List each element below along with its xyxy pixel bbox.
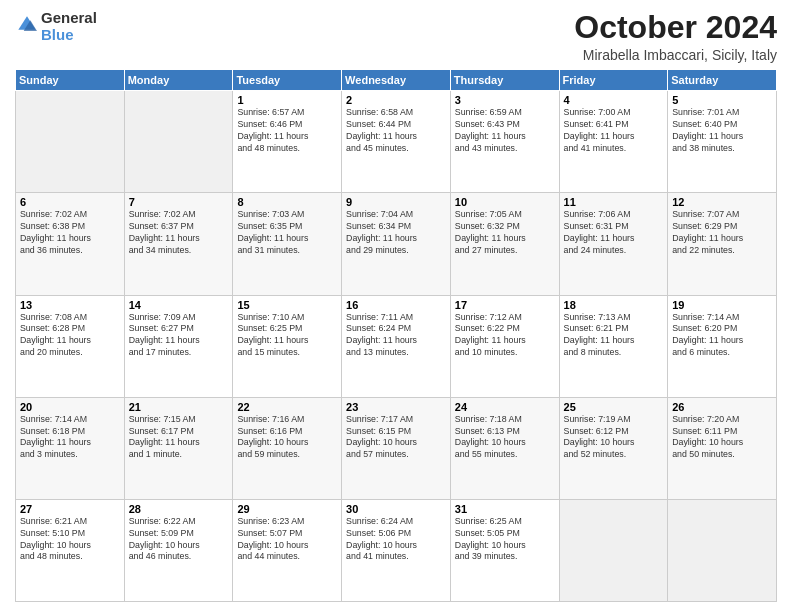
day-number: 3 [455,94,555,106]
title-block: October 2024 Mirabella Imbaccari, Sicily… [574,10,777,63]
day-cell: 5Sunrise: 7:01 AM Sunset: 6:40 PM Daylig… [668,91,777,193]
day-number: 25 [564,401,664,413]
day-number: 30 [346,503,446,515]
day-info: Sunrise: 6:21 AM Sunset: 5:10 PM Dayligh… [20,516,120,564]
day-info: Sunrise: 7:01 AM Sunset: 6:40 PM Dayligh… [672,107,772,155]
day-info: Sunrise: 7:17 AM Sunset: 6:15 PM Dayligh… [346,414,446,462]
day-cell: 30Sunrise: 6:24 AM Sunset: 5:06 PM Dayli… [342,499,451,601]
day-info: Sunrise: 7:04 AM Sunset: 6:34 PM Dayligh… [346,209,446,257]
day-cell: 22Sunrise: 7:16 AM Sunset: 6:16 PM Dayli… [233,397,342,499]
day-info: Sunrise: 7:06 AM Sunset: 6:31 PM Dayligh… [564,209,664,257]
day-number: 11 [564,196,664,208]
day-cell [16,91,125,193]
day-info: Sunrise: 6:57 AM Sunset: 6:46 PM Dayligh… [237,107,337,155]
day-info: Sunrise: 7:02 AM Sunset: 6:37 PM Dayligh… [129,209,229,257]
day-cell: 14Sunrise: 7:09 AM Sunset: 6:27 PM Dayli… [124,295,233,397]
month-title: October 2024 [574,10,777,45]
col-header-saturday: Saturday [668,70,777,91]
day-number: 31 [455,503,555,515]
day-number: 14 [129,299,229,311]
logo-general: General [41,10,97,27]
day-number: 15 [237,299,337,311]
day-cell: 11Sunrise: 7:06 AM Sunset: 6:31 PM Dayli… [559,193,668,295]
col-header-wednesday: Wednesday [342,70,451,91]
day-cell: 10Sunrise: 7:05 AM Sunset: 6:32 PM Dayli… [450,193,559,295]
day-info: Sunrise: 7:20 AM Sunset: 6:11 PM Dayligh… [672,414,772,462]
day-cell: 1Sunrise: 6:57 AM Sunset: 6:46 PM Daylig… [233,91,342,193]
day-info: Sunrise: 7:14 AM Sunset: 6:20 PM Dayligh… [672,312,772,360]
week-row-4: 20Sunrise: 7:14 AM Sunset: 6:18 PM Dayli… [16,397,777,499]
day-cell: 25Sunrise: 7:19 AM Sunset: 6:12 PM Dayli… [559,397,668,499]
day-info: Sunrise: 7:12 AM Sunset: 6:22 PM Dayligh… [455,312,555,360]
week-row-2: 6Sunrise: 7:02 AM Sunset: 6:38 PM Daylig… [16,193,777,295]
day-cell [559,499,668,601]
header-row: SundayMondayTuesdayWednesdayThursdayFrid… [16,70,777,91]
day-cell: 13Sunrise: 7:08 AM Sunset: 6:28 PM Dayli… [16,295,125,397]
day-cell: 4Sunrise: 7:00 AM Sunset: 6:41 PM Daylig… [559,91,668,193]
col-header-monday: Monday [124,70,233,91]
day-info: Sunrise: 7:10 AM Sunset: 6:25 PM Dayligh… [237,312,337,360]
day-cell: 16Sunrise: 7:11 AM Sunset: 6:24 PM Dayli… [342,295,451,397]
day-cell: 8Sunrise: 7:03 AM Sunset: 6:35 PM Daylig… [233,193,342,295]
day-cell [668,499,777,601]
day-cell: 3Sunrise: 6:59 AM Sunset: 6:43 PM Daylig… [450,91,559,193]
day-number: 21 [129,401,229,413]
day-number: 16 [346,299,446,311]
day-info: Sunrise: 7:03 AM Sunset: 6:35 PM Dayligh… [237,209,337,257]
location: Mirabella Imbaccari, Sicily, Italy [574,47,777,63]
day-number: 1 [237,94,337,106]
day-info: Sunrise: 6:58 AM Sunset: 6:44 PM Dayligh… [346,107,446,155]
day-cell: 26Sunrise: 7:20 AM Sunset: 6:11 PM Dayli… [668,397,777,499]
day-info: Sunrise: 7:00 AM Sunset: 6:41 PM Dayligh… [564,107,664,155]
day-number: 24 [455,401,555,413]
day-info: Sunrise: 7:15 AM Sunset: 6:17 PM Dayligh… [129,414,229,462]
day-cell: 19Sunrise: 7:14 AM Sunset: 6:20 PM Dayli… [668,295,777,397]
day-cell: 6Sunrise: 7:02 AM Sunset: 6:38 PM Daylig… [16,193,125,295]
logo: General Blue [15,10,97,43]
day-cell: 24Sunrise: 7:18 AM Sunset: 6:13 PM Dayli… [450,397,559,499]
day-info: Sunrise: 7:11 AM Sunset: 6:24 PM Dayligh… [346,312,446,360]
day-info: Sunrise: 6:23 AM Sunset: 5:07 PM Dayligh… [237,516,337,564]
day-cell: 18Sunrise: 7:13 AM Sunset: 6:21 PM Dayli… [559,295,668,397]
day-info: Sunrise: 6:25 AM Sunset: 5:05 PM Dayligh… [455,516,555,564]
day-cell: 27Sunrise: 6:21 AM Sunset: 5:10 PM Dayli… [16,499,125,601]
header: General Blue October 2024 Mirabella Imba… [15,10,777,63]
day-info: Sunrise: 7:05 AM Sunset: 6:32 PM Dayligh… [455,209,555,257]
day-info: Sunrise: 7:08 AM Sunset: 6:28 PM Dayligh… [20,312,120,360]
day-number: 27 [20,503,120,515]
day-cell: 15Sunrise: 7:10 AM Sunset: 6:25 PM Dayli… [233,295,342,397]
day-info: Sunrise: 7:18 AM Sunset: 6:13 PM Dayligh… [455,414,555,462]
day-number: 23 [346,401,446,413]
day-number: 26 [672,401,772,413]
day-cell: 7Sunrise: 7:02 AM Sunset: 6:37 PM Daylig… [124,193,233,295]
day-cell: 20Sunrise: 7:14 AM Sunset: 6:18 PM Dayli… [16,397,125,499]
day-number: 9 [346,196,446,208]
week-row-3: 13Sunrise: 7:08 AM Sunset: 6:28 PM Dayli… [16,295,777,397]
day-info: Sunrise: 7:14 AM Sunset: 6:18 PM Dayligh… [20,414,120,462]
day-cell: 29Sunrise: 6:23 AM Sunset: 5:07 PM Dayli… [233,499,342,601]
day-info: Sunrise: 7:09 AM Sunset: 6:27 PM Dayligh… [129,312,229,360]
day-number: 10 [455,196,555,208]
day-cell [124,91,233,193]
day-info: Sunrise: 7:07 AM Sunset: 6:29 PM Dayligh… [672,209,772,257]
day-number: 20 [20,401,120,413]
day-number: 8 [237,196,337,208]
day-info: Sunrise: 7:16 AM Sunset: 6:16 PM Dayligh… [237,414,337,462]
day-info: Sunrise: 6:22 AM Sunset: 5:09 PM Dayligh… [129,516,229,564]
day-number: 12 [672,196,772,208]
col-header-tuesday: Tuesday [233,70,342,91]
calendar-table: SundayMondayTuesdayWednesdayThursdayFrid… [15,69,777,602]
day-number: 2 [346,94,446,106]
calendar-body: 1Sunrise: 6:57 AM Sunset: 6:46 PM Daylig… [16,91,777,602]
week-row-1: 1Sunrise: 6:57 AM Sunset: 6:46 PM Daylig… [16,91,777,193]
day-cell: 2Sunrise: 6:58 AM Sunset: 6:44 PM Daylig… [342,91,451,193]
logo-blue: Blue [41,27,97,44]
col-header-thursday: Thursday [450,70,559,91]
day-number: 6 [20,196,120,208]
day-number: 18 [564,299,664,311]
col-header-sunday: Sunday [16,70,125,91]
day-cell: 9Sunrise: 7:04 AM Sunset: 6:34 PM Daylig… [342,193,451,295]
day-number: 28 [129,503,229,515]
day-cell: 28Sunrise: 6:22 AM Sunset: 5:09 PM Dayli… [124,499,233,601]
day-number: 5 [672,94,772,106]
